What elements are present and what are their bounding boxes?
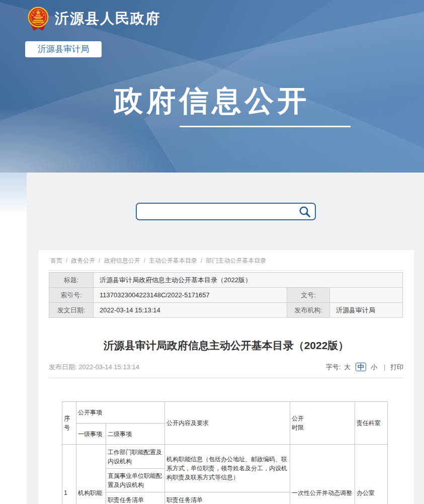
article-divider [49, 378, 403, 378]
cell-level2: 直属事业单位职能配置及内设机构 [106, 469, 165, 492]
header-seq: 序号 [62, 402, 76, 445]
print-button[interactable]: 打印 [390, 363, 403, 371]
article-card: 首页/政务公开/政府信息公开/主动公开基本目录/部门主动公开基本目录 标题: 沂… [38, 250, 414, 504]
cell-level2: 工作部门职能配置及内设机构 [106, 445, 165, 469]
cell-level1: 机构职能 [76, 445, 106, 504]
publish-date: 发布日期: 2022-03-14 15:13:14 [49, 363, 139, 372]
fontsize-controls: 字号: 大 中 小 | 打印 [326, 363, 403, 372]
cell-content: 职责任务清单 [165, 492, 290, 504]
breadcrumb-item-home[interactable]: 首页 [50, 257, 62, 264]
publish-date-value: 2022-03-14 15:13:14 [78, 363, 139, 371]
meta-org-label: 发布机构: [287, 303, 330, 318]
cell-level2: 职责任务清单 [106, 492, 165, 504]
header-level2: 二级事项 [106, 424, 165, 445]
breadcrumb-item-xinxigongkai[interactable]: 政府信息公开 [104, 257, 140, 264]
cell-seq: 1 [62, 445, 76, 504]
cell-time-limit: 一次性公开并动态调整 [290, 445, 355, 504]
breadcrumb-divider [49, 270, 403, 271]
fontsize-medium-button[interactable]: 中 [356, 363, 366, 371]
meta-row-title: 标题: 沂源县审计局政府信息主动公开基本目录（2022版） [49, 273, 403, 288]
breadcrumb-item-zhengwu[interactable]: 政务公开 [71, 257, 95, 264]
top-banner: 沂源县人民政府 沂源县审计局 政府信息公开 [0, 0, 424, 173]
article-title: 沂源县审计局政府信息主动公开基本目录（2022版） [38, 339, 414, 353]
meta-table: 标题: 沂源县审计局政府信息主动公开基本目录（2022版） 索引号: 11370… [49, 272, 403, 318]
table-header-row-1: 序号 公开事项 公开内容及要求 公开 时限 责任科室 [62, 402, 388, 424]
search-box [136, 203, 316, 220]
search-button[interactable] [298, 205, 312, 218]
breadcrumb-item-zhudong-mulu[interactable]: 主动公开基本目录 [149, 257, 197, 264]
header-matters: 公开事项 [76, 402, 165, 424]
cell-dept: 办公室 [355, 445, 388, 504]
banner-fade [0, 173, 27, 228]
header-level1: 一级事项 [76, 424, 106, 445]
content-panel: 首页/政务公开/政府信息公开/主动公开基本目录/部门主动公开基本目录 标题: 沂… [27, 173, 424, 504]
meta-row-date: 发文日期: 2022-03-14 15:13:14 发布机构: 沂源县审计局 [49, 303, 403, 318]
meta-title-value: 沂源县审计局政府信息主动公开基本目录（2022版） [94, 273, 403, 288]
meta-docno-value [330, 288, 403, 303]
cell-content: 机构职能信息（包括办公地址、邮政编码、联系方式，单位职责，领导姓名及分工，内设机… [165, 445, 290, 492]
meta-index-value: 11370323004223148C/2022-5171657 [94, 288, 287, 303]
meta-date-value: 2022-03-14 15:13:14 [94, 303, 287, 318]
meta-date-label: 发文日期: [49, 303, 94, 318]
breadcrumb-separator: / [144, 257, 145, 264]
header-dept: 责任科室 [355, 402, 388, 445]
header-content: 公开内容及要求 [165, 402, 290, 445]
breadcrumb-separator: / [99, 257, 100, 264]
fontsize-label: 字号: [326, 363, 341, 371]
breadcrumb: 首页/政务公开/政府信息公开/主动公开基本目录/部门主动公开基本目录 [38, 250, 414, 265]
breadcrumb-separator: / [66, 257, 67, 264]
department-badge[interactable]: 沂源县审计局 [25, 41, 102, 57]
table-row: 1 机构职能 工作部门职能配置及内设机构 机构职能信息（包括办公地址、邮政编码、… [62, 445, 388, 469]
hero-title: 政府信息公开 [0, 81, 424, 121]
national-emblem-icon [27, 6, 50, 31]
search-icon [298, 205, 312, 218]
meta-row-index: 索引号: 11370323004223148C/2022-5171657 文号: [49, 288, 403, 303]
disclosure-table: 序号 公开事项 公开内容及要求 公开 时限 责任科室 一级事项 二级事项 1 机… [62, 401, 388, 504]
breadcrumb-separator: / [201, 257, 202, 264]
meta-title-label: 标题: [49, 273, 94, 288]
breadcrumb-item-current: 部门主动公开基本目录 [206, 257, 266, 264]
fontsize-small-button[interactable]: 小 [371, 363, 377, 371]
meta-index-label: 索引号: [49, 288, 94, 303]
fontsize-large-button[interactable]: 大 [344, 363, 351, 371]
controls-separator: | [384, 363, 385, 371]
header-time-limit: 公开 时限 [290, 402, 355, 445]
search-input[interactable] [142, 205, 293, 218]
article-meta-bar: 发布日期: 2022-03-14 15:13:14 字号: 大 中 小 | 打印 [49, 363, 403, 372]
publish-date-label: 发布日期: [49, 363, 77, 371]
site-header: 沂源县人民政府 [27, 6, 160, 31]
hero-underline [180, 126, 351, 127]
meta-org-value: 沂源县审计局 [330, 303, 403, 318]
meta-docno-label: 文号: [287, 288, 330, 303]
site-title: 沂源县人民政府 [55, 9, 160, 28]
